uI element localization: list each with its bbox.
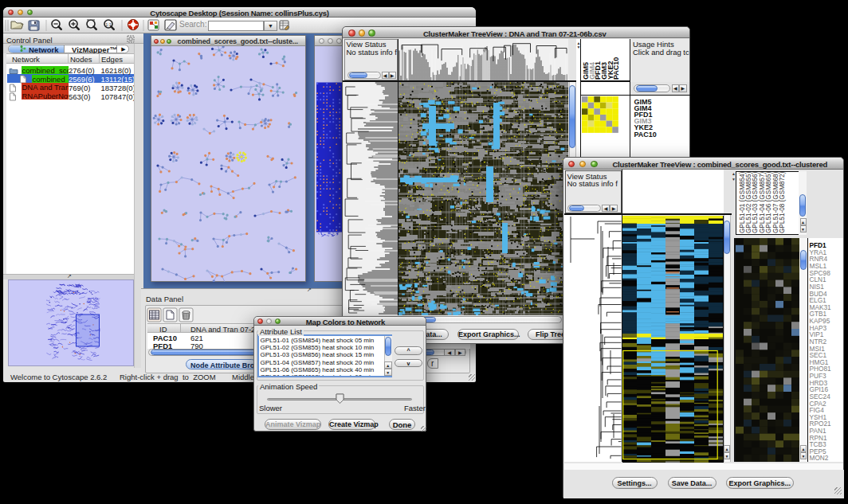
svg-text:GPL51-08 (GSM872): GPL51-08 (GSM872) xyxy=(779,171,786,233)
svg-text:PAC10: PAC10 xyxy=(612,57,620,79)
svg-text:1:1: 1:1 xyxy=(105,22,112,27)
svg-text:MON2: MON2 xyxy=(810,454,829,462)
svg-text:Search:: Search: xyxy=(179,20,206,29)
